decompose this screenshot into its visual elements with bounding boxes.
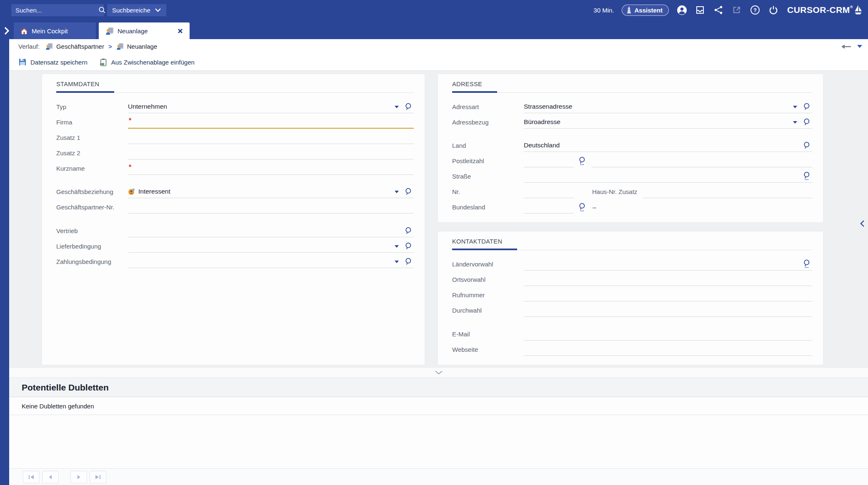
dubletten-header: Potentielle Dubletten [9, 378, 868, 397]
tab-neuanlage[interactable]: Neuanlage [99, 22, 190, 39]
ort-input[interactable] [592, 152, 812, 167]
postleitzahl-input[interactable] [524, 152, 574, 167]
durchwahl-input[interactable] [524, 301, 812, 317]
tab-label: Mein Cockpit [32, 27, 68, 35]
section-splitter-handle[interactable] [9, 368, 868, 377]
business-partner-icon [105, 27, 114, 35]
dropdown-caret-icon[interactable] [395, 261, 399, 263]
webseite-input[interactable] [524, 341, 812, 356]
tab-kontaktdaten[interactable]: KONTAKTDATEN [452, 237, 517, 250]
field-strasse: Straße [452, 167, 812, 183]
hausnr-zusatz-input[interactable] [643, 183, 812, 198]
geschaeftsbeziehung-select[interactable]: Interessent [128, 183, 414, 198]
action-toolbar: Datensatz speichern Aus Zwischenablage e… [9, 54, 868, 71]
search-icon[interactable] [98, 6, 106, 14]
clipboard-paste-icon [99, 58, 108, 67]
ortsvorwahl-input[interactable] [524, 271, 812, 286]
geschaeftspartner-nr-input[interactable] [128, 198, 414, 214]
lookup-icon[interactable] [404, 258, 412, 266]
history-dropdown-caret-icon[interactable] [857, 45, 862, 48]
dubletten-empty-row: Keine Dubletten gefunden [9, 397, 868, 415]
assistant-button[interactable]: Assistent [622, 5, 669, 16]
account-icon[interactable] [676, 5, 687, 15]
required-marker: * [129, 164, 131, 171]
field-bundesland: Bundesland – [452, 198, 812, 214]
right-panel-collapse-chevron[interactable] [860, 220, 865, 227]
firma-input[interactable]: * [128, 113, 414, 129]
kurzname-input[interactable]: * [128, 159, 414, 175]
tab-close-icon[interactable] [178, 28, 183, 34]
previous-page-button[interactable] [42, 471, 59, 483]
field-zahlungsbedingung: Zahlungsbedingung [56, 253, 414, 268]
history-back-arrow-icon[interactable] [841, 44, 851, 49]
typ-select[interactable]: Unternehmen [128, 98, 414, 113]
lookup-icon[interactable] [803, 142, 810, 149]
strasse-input[interactable] [524, 167, 812, 183]
dropdown-caret-icon[interactable] [395, 106, 399, 108]
zusatz1-input[interactable] [128, 129, 414, 144]
dropdown-caret-icon[interactable] [395, 191, 399, 193]
field-adressart: Adressart Strassenadresse [452, 98, 812, 113]
search-input[interactable] [15, 7, 98, 14]
breadcrumb-item-neuanlage[interactable]: Neuanlage [116, 43, 158, 50]
adressart-select[interactable]: Strassenadresse [524, 98, 812, 113]
lookup-suggest-icon[interactable] [803, 259, 810, 268]
zusatz2-input[interactable] [128, 144, 414, 159]
field-postleitzahl: Postleitzahl [452, 152, 812, 167]
dubletten-title: Potentielle Dubletten [22, 383, 109, 393]
vertrieb-input[interactable] [128, 222, 414, 237]
search-scope-dropdown[interactable]: Suchbereiche [107, 4, 166, 16]
brand-logo: CURSOR-CRM® [787, 5, 862, 15]
lookup-icon[interactable] [404, 103, 412, 111]
lookup-icon[interactable] [404, 188, 412, 196]
lookup-suggest-icon[interactable] [803, 172, 810, 180]
field-lieferbedingung: Lieferbedingung [56, 237, 414, 253]
lookup-icon[interactable] [404, 227, 412, 235]
first-page-button[interactable] [23, 471, 40, 483]
lieferbedingung-select[interactable] [128, 237, 414, 253]
dropdown-caret-icon[interactable] [793, 121, 797, 124]
laendervorwahl-input[interactable] [524, 255, 812, 271]
field-geschaeftsbeziehung: Geschäftsbeziehung Interessent [56, 183, 414, 198]
session-timer: 30 Min. [593, 7, 614, 14]
field-laendervorwahl: Ländervorwahl [452, 255, 812, 271]
inbox-icon[interactable] [695, 5, 705, 15]
help-icon[interactable]: ? [750, 5, 760, 15]
tab-mein-cockpit[interactable]: Mein Cockpit [14, 22, 96, 39]
share-icon[interactable] [713, 5, 724, 15]
last-page-button[interactable] [90, 471, 106, 483]
nr-input[interactable] [524, 183, 574, 198]
field-webseite: Webseite [452, 341, 812, 356]
sidebar-expand-chevron[interactable] [0, 22, 13, 39]
field-zusatz2: Zusatz 2 [56, 144, 414, 159]
dropdown-caret-icon[interactable] [793, 106, 797, 108]
lookup-suggest-icon[interactable] [578, 203, 586, 211]
field-ortsvorwahl: Ortsvorwahl [452, 271, 812, 286]
bundesland-input[interactable] [524, 198, 574, 214]
field-firma: Firma * [56, 113, 414, 129]
lookup-suggest-icon[interactable] [578, 157, 586, 165]
email-input[interactable] [524, 325, 812, 341]
lookup-icon[interactable] [803, 118, 810, 126]
field-nr: Nr. Haus-Nr. Zusatz [452, 183, 812, 198]
search-scope-label: Suchbereiche [112, 7, 150, 14]
tab-stammdaten[interactable]: STAMMDATEN [56, 80, 114, 93]
power-icon[interactable] [768, 5, 779, 15]
zahlungsbedingung-select[interactable] [128, 253, 414, 268]
collapsed-sidebar-strip[interactable] [0, 39, 9, 485]
interessent-status-icon [128, 188, 135, 195]
breadcrumb-label: Verlauf: [18, 43, 40, 50]
land-input[interactable]: Deutschland [524, 137, 812, 152]
breadcrumb-item-geschaeftspartner[interactable]: Geschäftspartner [45, 43, 104, 50]
tab-adresse[interactable]: ADRESSE [452, 80, 497, 93]
save-record-button[interactable]: Datensatz speichern [18, 58, 88, 66]
adressbezug-select[interactable]: Büroadresse [524, 113, 812, 129]
next-page-button[interactable] [70, 471, 87, 483]
lookup-icon[interactable] [803, 103, 810, 111]
breadcrumb-separator: > [108, 43, 112, 50]
global-search[interactable] [11, 4, 104, 16]
rufnummer-input[interactable] [524, 286, 812, 301]
paste-from-clipboard-button[interactable]: Aus Zwischenablage einfügen [99, 58, 195, 67]
lookup-icon[interactable] [404, 242, 412, 250]
dropdown-caret-icon[interactable] [395, 245, 399, 248]
